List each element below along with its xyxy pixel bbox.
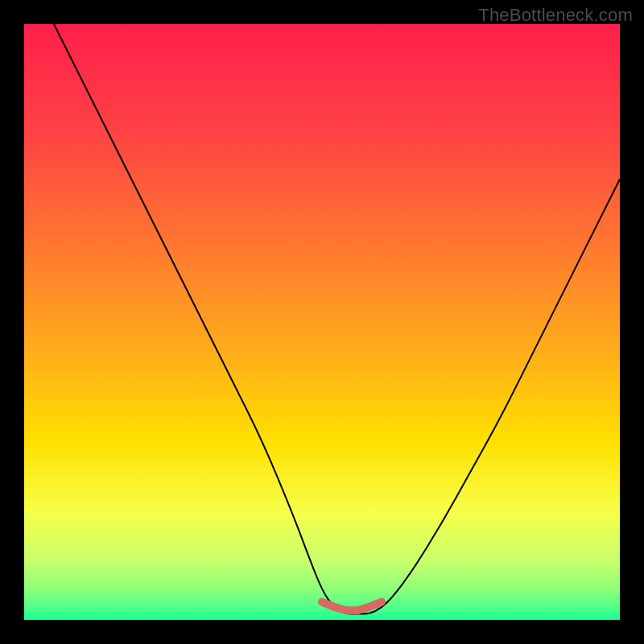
chart-frame: TheBottleneck.com: [0, 0, 644, 644]
plot-area: [24, 24, 620, 620]
chart-svg: [24, 24, 620, 620]
gradient-rect: [24, 24, 620, 620]
watermark-text: TheBottleneck.com: [478, 5, 633, 26]
